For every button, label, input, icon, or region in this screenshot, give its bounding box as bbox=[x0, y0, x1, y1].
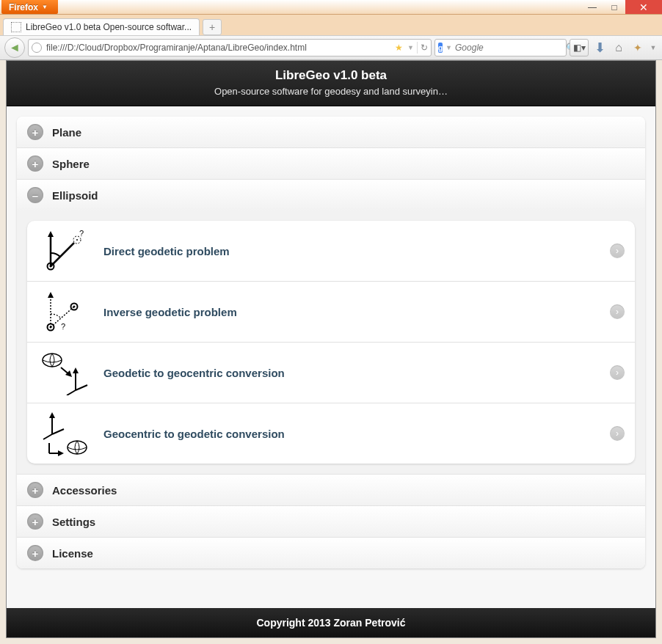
reload-icon[interactable]: ↻ bbox=[421, 43, 428, 53]
accordion: + Plane + Sphere – Ellipsoid bbox=[17, 117, 645, 568]
item-direct-geodetic[interactable]: ? Direct geodetic problem › bbox=[27, 221, 635, 281]
item-label: Geocentric to geodetic conversion bbox=[103, 428, 598, 440]
window-titlebar: Firefox ▼ — □ ✕ bbox=[0, 0, 662, 15]
ellipsoid-list: ? Direct geodetic problem › bbox=[27, 221, 635, 464]
svg-line-4 bbox=[51, 243, 74, 266]
page-viewport: LibreGeo v1.0 beta Open-source software … bbox=[6, 60, 656, 638]
tab-title: LibreGeo v1.0 beta Open-source softwar..… bbox=[26, 22, 192, 32]
section-settings-header[interactable]: + Settings bbox=[17, 506, 645, 537]
section-sphere: + Sphere bbox=[17, 147, 645, 179]
svg-point-30 bbox=[68, 441, 87, 454]
nav-toolbar: ◄ file:///D:/Cloud/Dropbox/Programiranje… bbox=[0, 35, 662, 60]
svg-text:?: ? bbox=[79, 229, 84, 238]
plus-icon: + bbox=[27, 124, 43, 140]
plus-icon: + bbox=[27, 482, 43, 498]
svg-line-21 bbox=[76, 385, 87, 390]
footer-text: Copyright 2013 Zoran Petrović bbox=[256, 617, 405, 629]
search-bar[interactable]: g ▼ 🔍 bbox=[434, 39, 567, 56]
back-button[interactable]: ◄ bbox=[4, 37, 25, 58]
svg-marker-3 bbox=[48, 231, 54, 237]
search-input[interactable] bbox=[455, 43, 566, 53]
item-label: Inverse geodetic problem bbox=[103, 306, 598, 318]
firefox-menu-button[interactable]: Firefox ▼ bbox=[1, 0, 58, 14]
chevron-right-icon: › bbox=[610, 304, 625, 319]
svg-marker-24 bbox=[49, 412, 55, 418]
section-settings: + Settings bbox=[17, 505, 645, 537]
section-license-header[interactable]: + License bbox=[17, 538, 645, 568]
svg-line-22 bbox=[67, 390, 76, 395]
firefox-label: Firefox bbox=[9, 2, 38, 12]
item-label: Direct geodetic problem bbox=[103, 245, 598, 257]
svg-text:?: ? bbox=[61, 322, 65, 331]
chevron-right-icon: › bbox=[610, 244, 625, 258]
downloads-icon[interactable]: ⬇ bbox=[592, 40, 608, 56]
section-plane: + Plane bbox=[17, 117, 645, 147]
separator bbox=[417, 42, 418, 54]
maximize-button[interactable]: □ bbox=[603, 0, 625, 14]
section-label: Settings bbox=[52, 516, 95, 528]
geodetic-to-geocentric-icon bbox=[37, 348, 92, 397]
chevron-right-icon: › bbox=[610, 365, 625, 380]
bookmark-star-icon[interactable]: ★ bbox=[395, 43, 403, 53]
section-ellipsoid-header[interactable]: – Ellipsoid bbox=[17, 180, 645, 211]
item-geocentric-to-geodetic[interactable]: Geocentric to geodetic conversion › bbox=[27, 403, 635, 464]
url-bar[interactable]: file:///D:/Cloud/Dropbox/Programiranje/A… bbox=[28, 39, 432, 56]
minimize-button[interactable]: — bbox=[581, 0, 603, 14]
close-button[interactable]: ✕ bbox=[625, 0, 662, 14]
direct-geodetic-icon: ? bbox=[37, 227, 92, 275]
plus-icon: + bbox=[27, 513, 43, 530]
svg-marker-13 bbox=[48, 292, 54, 298]
section-label: Accessories bbox=[52, 484, 117, 497]
section-accessories-header[interactable]: + Accessories bbox=[17, 475, 645, 505]
new-tab-button[interactable]: + bbox=[203, 19, 222, 35]
bookmarks-button[interactable]: ◧▾ bbox=[570, 39, 589, 56]
svg-line-25 bbox=[52, 429, 64, 434]
section-sphere-header[interactable]: + Sphere bbox=[17, 148, 645, 179]
minus-icon: – bbox=[27, 187, 43, 203]
section-accessories: + Accessories bbox=[17, 474, 645, 505]
section-plane-header[interactable]: + Plane bbox=[17, 117, 645, 147]
home-icon[interactable]: ⌂ bbox=[611, 40, 627, 56]
item-label: Geodetic to geocentric conversion bbox=[103, 367, 598, 379]
url-text: file:///D:/Cloud/Dropbox/Programiranje/A… bbox=[46, 43, 307, 53]
section-label: License bbox=[52, 547, 93, 560]
chevron-down-icon: ▼ bbox=[42, 4, 48, 10]
section-label: Ellipsoid bbox=[52, 189, 98, 202]
chevron-down-icon[interactable]: ▼ bbox=[649, 40, 658, 56]
svg-marker-29 bbox=[58, 450, 64, 456]
item-inverse-geodetic[interactable]: ? Inverse geodetic problem › bbox=[27, 281, 635, 342]
section-ellipsoid-body: ? Direct geodetic problem › bbox=[17, 211, 645, 474]
item-geodetic-to-geocentric[interactable]: Geodetic to geocentric conversion › bbox=[27, 342, 635, 403]
svg-marker-20 bbox=[73, 367, 79, 373]
chevron-down-icon[interactable]: ▼ bbox=[407, 44, 414, 51]
addon-icon[interactable]: ✦ bbox=[630, 40, 646, 56]
google-icon: g bbox=[438, 43, 443, 53]
svg-line-26 bbox=[43, 434, 52, 439]
app-footer: Copyright 2013 Zoran Petrović bbox=[7, 608, 655, 637]
plus-icon: + bbox=[27, 545, 43, 561]
chevron-down-icon[interactable]: ▼ bbox=[445, 44, 452, 51]
section-ellipsoid: – Ellipsoid bbox=[17, 179, 645, 474]
inverse-geodetic-icon: ? bbox=[37, 288, 92, 336]
plus-icon: + bbox=[27, 155, 43, 172]
section-label: Plane bbox=[52, 126, 81, 139]
globe-icon bbox=[32, 43, 42, 53]
app-content: + Plane + Sphere – Ellipsoid bbox=[7, 106, 655, 574]
window-controls: — □ ✕ bbox=[581, 0, 662, 14]
app-subtitle: Open-source software for geodesy and lan… bbox=[7, 86, 655, 97]
app-header: LibreGeo v1.0 beta Open-source software … bbox=[7, 61, 655, 106]
chevron-right-icon: › bbox=[610, 426, 625, 441]
app-title: LibreGeo v1.0 beta bbox=[7, 68, 655, 83]
section-license: + License bbox=[17, 537, 645, 568]
svg-point-16 bbox=[43, 354, 62, 367]
geocentric-to-geodetic-icon bbox=[37, 409, 92, 458]
browser-tab[interactable]: LibreGeo v1.0 beta Open-source softwar..… bbox=[3, 18, 200, 35]
page-icon bbox=[11, 22, 21, 32]
svg-point-6 bbox=[76, 239, 78, 241]
section-label: Sphere bbox=[52, 158, 90, 170]
tab-strip: LibreGeo v1.0 beta Open-source softwar..… bbox=[0, 15, 662, 35]
